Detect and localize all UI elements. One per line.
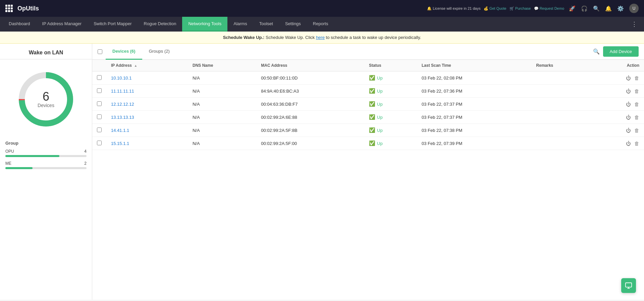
delete-icon[interactable]: 🗑	[634, 141, 639, 146]
row-ip: 15.15.1.1	[106, 137, 188, 150]
row-actions: ⏻ 🗑	[592, 71, 644, 85]
row-dns: N/A	[188, 137, 256, 150]
nav-ip-address-manager[interactable]: IP Address Manager	[36, 17, 88, 32]
delete-icon[interactable]: 🗑	[634, 75, 639, 81]
nav-switch-port-mapper[interactable]: Switch Port Mapper	[88, 17, 138, 32]
row-mac: 00:04:63:36:DB:F7	[256, 98, 364, 111]
wake-icon[interactable]: ⏻	[626, 101, 631, 107]
row-remarks	[532, 71, 592, 85]
row-remarks	[532, 111, 592, 124]
col-checkbox	[92, 60, 106, 71]
row-remarks	[532, 137, 592, 150]
status-text: Up	[377, 89, 383, 94]
wake-icon[interactable]: ⏻	[626, 128, 631, 133]
request-demo-link[interactable]: Request Demo	[540, 6, 564, 10]
status-check-icon: ✅	[369, 114, 375, 120]
main-layout: Wake on LAN 6 Devices	[0, 44, 644, 300]
row-last-scan: 03 Feb 22, 07:38 PM	[417, 124, 532, 137]
col-mac: MAC Address	[256, 60, 364, 71]
row-status: ✅ Up	[364, 85, 417, 98]
row-status: ✅ Up	[364, 137, 417, 150]
sidebar-title: Wake on LAN	[0, 44, 92, 59]
nav-rogue-detection[interactable]: Rogue Detection	[138, 17, 182, 32]
nav-dashboard[interactable]: Dashboard	[3, 17, 36, 32]
delete-icon[interactable]: 🗑	[634, 101, 639, 107]
row-checkbox[interactable]	[92, 111, 106, 124]
select-all-checkbox[interactable]	[98, 49, 102, 54]
devices-table: IP Address ▲ DNS Name MAC Address Status…	[92, 60, 644, 150]
row-dns: N/A	[188, 111, 256, 124]
row-checkbox[interactable]	[92, 98, 106, 111]
wake-icon[interactable]: ⏻	[626, 88, 631, 94]
row-last-scan: 03 Feb 22, 07:36 PM	[417, 85, 532, 98]
row-mac: 00:02:99:2A:5F:8B	[256, 124, 364, 137]
row-last-scan: 03 Feb 22, 07:37 PM	[417, 98, 532, 111]
group-item-opu: OPU 4	[5, 149, 87, 157]
tab-devices[interactable]: Devices (6)	[106, 44, 142, 60]
get-quote-link[interactable]: Get Quote	[489, 6, 506, 10]
group-item-me: ME 2	[5, 161, 87, 169]
table-row: 13.13.13.13 N/A 00:02:99:2A:6E:88 ✅ Up 0…	[92, 111, 644, 124]
col-action: Action	[592, 60, 644, 71]
row-checkbox[interactable]	[92, 124, 106, 137]
purchase-link[interactable]: Purchase	[515, 6, 531, 10]
row-last-scan: 03 Feb 22, 07:37 PM	[417, 111, 532, 124]
nav-settings[interactable]: Settings	[279, 17, 307, 32]
nav-toolset[interactable]: Toolset	[253, 17, 279, 32]
nav-more-icon[interactable]: ⋮	[627, 20, 641, 28]
row-actions: ⏻ 🗑	[592, 98, 644, 111]
row-actions: ⏻ 🗑	[592, 137, 644, 150]
row-checkbox[interactable]	[92, 137, 106, 150]
wake-icon[interactable]: ⏻	[626, 114, 631, 120]
table-row: 15.15.1.1 N/A 00:02:99:2A:5F:00 ✅ Up 03 …	[92, 137, 644, 150]
row-actions: ⏻ 🗑	[592, 111, 644, 124]
wake-icon[interactable]: ⏻	[626, 141, 631, 146]
tab-groups[interactable]: Groups (2)	[142, 44, 176, 60]
group-bar-bg-opu	[5, 155, 87, 157]
donut-container: 6 Devices	[0, 59, 92, 137]
delete-icon[interactable]: 🗑	[634, 114, 639, 120]
row-remarks	[532, 85, 592, 98]
nav-reports[interactable]: Reports	[307, 17, 334, 32]
floating-action-button[interactable]	[621, 278, 636, 293]
status-text: Up	[377, 115, 383, 120]
row-ip: 10.10.10.1	[106, 71, 188, 85]
banner-link[interactable]: here	[316, 35, 325, 40]
nav-networking-tools[interactable]: Networking Tools	[182, 17, 227, 32]
row-checkbox[interactable]	[92, 85, 106, 98]
row-mac: 00:02:99:2A:6E:88	[256, 111, 364, 124]
headset-icon[interactable]: 🎧	[581, 5, 588, 12]
col-last-scan: Last Scan Time	[417, 60, 532, 71]
row-ip: 14.41.1.1	[106, 124, 188, 137]
status-check-icon: ✅	[369, 140, 375, 146]
main-nav: Dashboard IP Address Manager Switch Port…	[0, 17, 644, 32]
status-check-icon: ✅	[369, 88, 375, 94]
devices-table-wrap: IP Address ▲ DNS Name MAC Address Status…	[92, 60, 644, 300]
col-status: Status	[364, 60, 417, 71]
table-search-icon[interactable]: 🔍	[590, 48, 603, 55]
group-item-header-opu: OPU 4	[5, 149, 87, 154]
group-bar-fill-me	[5, 167, 33, 169]
table-header: IP Address ▲ DNS Name MAC Address Status…	[92, 60, 644, 71]
row-status: ✅ Up	[364, 98, 417, 111]
group-bar-bg-me	[5, 167, 87, 169]
delete-icon[interactable]: 🗑	[634, 128, 639, 133]
nav-alarms[interactable]: Alarms	[227, 17, 253, 32]
gear-icon[interactable]: ⚙️	[617, 5, 624, 12]
search-icon[interactable]: 🔍	[593, 5, 600, 12]
wake-icon[interactable]: ⏻	[626, 75, 631, 81]
bell-icon[interactable]: 🔔	[605, 5, 612, 12]
avatar[interactable]: U	[629, 4, 639, 13]
app-logo[interactable]: OpUtils	[5, 5, 39, 12]
table-row: 14.41.1.1 N/A 00:02:99:2A:5F:8B ✅ Up 03 …	[92, 124, 644, 137]
add-device-button[interactable]: Add Device	[603, 46, 639, 57]
row-checkbox[interactable]	[92, 71, 106, 85]
banner-suffix: to schedule a task to wake up device per…	[326, 35, 421, 40]
row-remarks	[532, 98, 592, 111]
license-text: 🔔 License will expire in 21 days 💰 Get Q…	[427, 6, 564, 11]
rocket-icon[interactable]: 🚀	[569, 5, 576, 12]
donut-center: 6 Devices	[38, 91, 54, 108]
delete-icon[interactable]: 🗑	[634, 88, 639, 94]
col-ip[interactable]: IP Address ▲	[106, 60, 188, 71]
row-actions: ⏻ 🗑	[592, 85, 644, 98]
